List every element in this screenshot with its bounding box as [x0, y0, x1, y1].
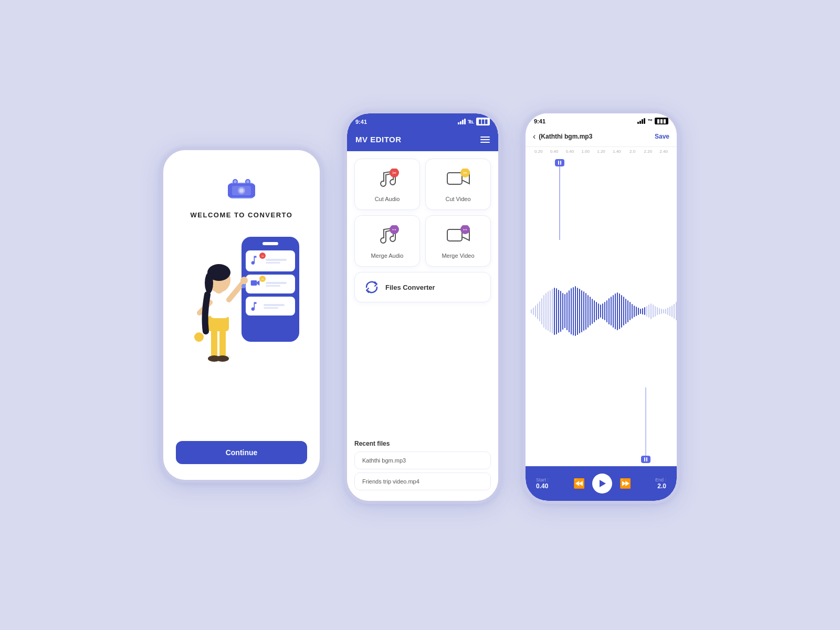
svg-point-23 [240, 277, 248, 284]
cut-video-icon: ✂ [445, 169, 471, 191]
playhead-stem [559, 166, 560, 240]
waveform-bar [644, 307, 645, 315]
cut-audio-card[interactable]: ✂ Cut Audio [354, 159, 420, 210]
recent-file-item[interactable]: Friends trip video.mp4 [354, 472, 491, 490]
playhead-grip [560, 161, 561, 165]
waveform-bar [550, 290, 551, 332]
svg-point-5 [246, 180, 249, 183]
audio-status-icons: ™ ▮▮▮ [637, 118, 668, 124]
decorative-dot [242, 284, 246, 288]
ruler-mark: 1.20 [593, 149, 609, 154]
start-value: 0.40 [536, 482, 549, 490]
waveform-bar [583, 291, 584, 331]
decorative-dot [194, 332, 204, 342]
wifi-icon: ℡ [468, 118, 474, 125]
waveform-bar [531, 309, 532, 313]
waveform-bar [663, 309, 664, 313]
waveform-bar [581, 290, 582, 332]
waveform-bar [560, 291, 561, 332]
merge-video-icon: ↔ [445, 225, 471, 247]
left-playhead-handle[interactable] [555, 159, 564, 166]
ruler-mark: 2.20 [640, 149, 656, 154]
audio-player: Start : 0.40 ⏪ ⏩ End : 2.0 [526, 466, 677, 501]
fast-forward-button[interactable]: ⏩ [620, 478, 631, 489]
svg-rect-16 [210, 292, 229, 318]
waveform-bar [535, 306, 536, 317]
back-button[interactable]: ‹ [533, 132, 536, 141]
hamburger-line [480, 136, 490, 138]
waveform-bar [627, 300, 628, 322]
ruler-mark: 0.40 [547, 149, 562, 154]
waveform-bar [575, 286, 576, 336]
waveform-bar [537, 303, 538, 319]
waveform-bar [611, 297, 612, 326]
svg-rect-11 [211, 329, 217, 358]
waveform-bar [554, 288, 555, 335]
waveform-bar [615, 293, 616, 329]
waveform-bar [548, 291, 549, 331]
waveform-bar [659, 308, 660, 314]
audio-battery-icon: ▮▮▮ [655, 118, 668, 124]
waveform-bar [587, 295, 589, 328]
waveform-bar [573, 287, 574, 335]
editor-phone: 9:41 ℡ ▮▮▮ MV EDITOR [344, 110, 501, 504]
audio-editor-phone: 9:41 ™ ▮▮▮ ‹ (Kaththi bgm.mp3 [522, 110, 680, 504]
waveform-bar [577, 288, 578, 335]
waveform-bar [667, 308, 668, 315]
svg-text:✂: ✂ [392, 170, 396, 176]
svg-text:↔: ↔ [391, 226, 397, 233]
merge-audio-card[interactable]: ↔ Merge Audio [354, 215, 420, 267]
left-playhead[interactable] [555, 159, 564, 240]
audio-wifi-icon: ™ [647, 118, 653, 124]
waveform-bar [629, 302, 631, 320]
converter-label: Files Converter [385, 284, 435, 291]
right-playhead-handle[interactable] [641, 456, 650, 463]
play-button[interactable] [592, 474, 612, 494]
cut-video-card[interactable]: ✂ Cut Video [425, 159, 491, 210]
waveform-bar [646, 306, 647, 317]
feature-grid: ✂ Cut Audio ✂ [354, 159, 491, 267]
right-playhead[interactable] [641, 387, 650, 463]
end-value: 2.0 [657, 482, 666, 490]
waveform-bar [655, 306, 656, 317]
audio-signal-icon [637, 118, 645, 124]
editor-content: ✂ Cut Audio ✂ [347, 151, 498, 440]
editor-screen: 9:41 ℡ ▮▮▮ MV EDITOR [347, 113, 498, 501]
waveform-bar [640, 309, 641, 314]
status-time: 9:41 [355, 119, 367, 125]
waveform-bar [617, 292, 618, 330]
playhead-grip [558, 161, 559, 165]
rewind-button[interactable]: ⏪ [573, 478, 585, 489]
playhead-grip [646, 457, 647, 461]
audio-filename: (Kaththi bgm.mp3 [539, 133, 592, 140]
svg-point-14 [216, 355, 229, 362]
waveform-container [526, 156, 677, 466]
files-converter-button[interactable]: Files Converter [354, 272, 491, 302]
editor-title: MV EDITOR [355, 135, 402, 144]
save-button[interactable]: Save [655, 133, 669, 140]
waveform-bar [634, 306, 635, 317]
recent-file-item[interactable]: Kaththi bgm.mp3 [354, 452, 491, 469]
merge-video-card[interactable]: ↔ Merge Video [425, 215, 491, 267]
cut-audio-icon: ✂ [374, 169, 401, 191]
waveform [531, 269, 671, 353]
waveform-bar [594, 300, 595, 322]
continue-button[interactable]: Continue [176, 441, 307, 464]
waveform-bar [541, 298, 542, 324]
timeline-ruler: 0.20 0.40 0.40 1.00 1.20 1.40 2.0 2.20 2… [526, 147, 677, 156]
waveform-bar [671, 306, 673, 317]
waveform-bar [608, 298, 610, 324]
ruler-mark: 1.40 [609, 149, 625, 154]
svg-point-8 [239, 188, 244, 193]
audio-screen: 9:41 ™ ▮▮▮ ‹ (Kaththi bgm.mp3 [526, 113, 677, 501]
hamburger-line [480, 142, 490, 143]
play-icon [600, 480, 606, 487]
playhead-grip [644, 457, 645, 461]
waveform-bar [661, 309, 662, 314]
waveform-bar [579, 289, 580, 333]
cut-video-label: Cut Video [445, 196, 470, 202]
start-time: Start : 0.40 [536, 477, 549, 490]
waveform-bar [558, 290, 559, 333]
hamburger-menu[interactable] [480, 136, 490, 143]
waveform-bar [569, 290, 570, 332]
